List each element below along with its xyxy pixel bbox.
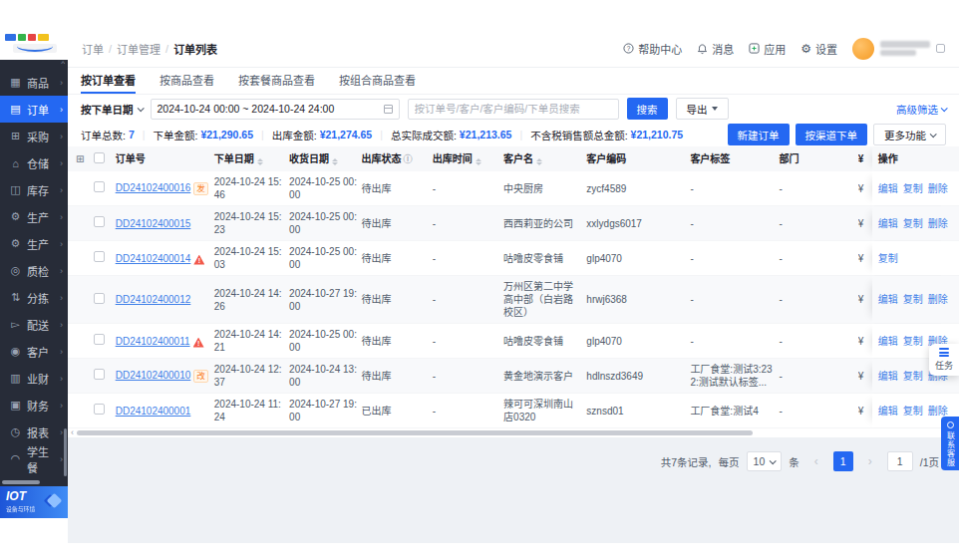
sidebar-item-orders[interactable]: ▤订单›: [0, 96, 68, 123]
messages-button[interactable]: 消息: [697, 41, 734, 57]
customer-tag-cell: 工厂食堂:测试4: [690, 401, 779, 421]
row-action-link[interactable]: 复制: [903, 370, 923, 383]
sidebar-scroll-up-icon[interactable]: ^: [61, 59, 65, 68]
sort-icon[interactable]: [536, 158, 542, 165]
view-tab-1[interactable]: 按商品查看: [160, 68, 214, 94]
sidebar-item-purchasing[interactable]: ⊞采购›: [0, 123, 68, 149]
column-header-dept: 部门: [780, 148, 858, 169]
task-fab[interactable]: 任务: [929, 344, 959, 376]
row-action-link[interactable]: 编辑: [878, 405, 898, 418]
apps-button[interactable]: 应用: [749, 41, 786, 57]
iot-banner[interactable]: IOT 设备与环境: [0, 486, 68, 518]
sidebar-item-inventory[interactable]: ◫库存›: [0, 176, 68, 203]
sidebar-item-warehouse[interactable]: ⌂仓储›: [0, 149, 68, 176]
search-button[interactable]: 搜索: [627, 98, 668, 120]
breadcrumb-item[interactable]: 订单管理: [117, 41, 160, 57]
per-page-select[interactable]: 10: [747, 451, 783, 471]
advanced-filter-button[interactable]: 高级筛选: [896, 102, 946, 117]
order-number-link[interactable]: DD24102400010: [116, 370, 191, 381]
sidebar-item-finance[interactable]: ▣财务›: [0, 392, 68, 419]
row-action-link[interactable]: 删除: [928, 182, 948, 195]
row-action-link[interactable]: 复制: [903, 405, 923, 418]
sidebar-item-customers[interactable]: ◉客户›: [0, 338, 68, 365]
row-checkbox[interactable]: [94, 216, 105, 227]
row-checkbox[interactable]: [94, 251, 105, 262]
sidebar-item-delivery[interactable]: ▻配送›: [0, 311, 68, 338]
channel-order-button[interactable]: 按渠道下单: [796, 124, 868, 145]
column-header-ddate[interactable]: 收货日期: [289, 148, 361, 169]
new-order-button[interactable]: 新建订单: [728, 124, 790, 145]
customer-support-fab[interactable]: 联系客服: [941, 417, 959, 470]
order-number-link[interactable]: DD24102400001: [116, 406, 191, 417]
row-checkbox[interactable]: [94, 369, 105, 380]
row-checkbox[interactable]: [94, 293, 105, 304]
sort-icon[interactable]: [257, 158, 263, 165]
date-range-picker[interactable]: 2024-10-24 00:00 ~ 2024-10-24 24:00: [151, 99, 400, 120]
sidebar-item-production-1[interactable]: ⚙生产›: [0, 203, 68, 230]
view-tab-3[interactable]: 按组合商品查看: [339, 68, 416, 94]
view-tab-2[interactable]: 按套餐商品查看: [238, 68, 315, 94]
search-input[interactable]: [408, 99, 619, 120]
order-number-link[interactable]: DD24102400011: [116, 336, 190, 347]
sidebar-item-quality[interactable]: ◎质检›: [0, 257, 68, 284]
page-jump-input[interactable]: 1: [887, 451, 913, 471]
row-action-link[interactable]: 复制: [903, 217, 923, 230]
select-all-checkbox[interactable]: [94, 152, 105, 163]
row-action-link[interactable]: 编辑: [878, 335, 898, 348]
breadcrumb-item[interactable]: 订单: [82, 41, 104, 57]
sort-icon[interactable]: [476, 158, 481, 165]
row-action-link[interactable]: 复制: [878, 252, 898, 265]
row-checkbox[interactable]: [94, 334, 105, 345]
more-actions-button[interactable]: 更多功能: [873, 124, 946, 145]
current-page-button[interactable]: 1: [833, 451, 853, 471]
sidebar-item-products[interactable]: ▦商品›: [0, 69, 68, 96]
column-header-cust[interactable]: 客户名: [503, 148, 586, 169]
export-button[interactable]: 导出: [676, 98, 729, 120]
expand-all-icon[interactable]: ⊞: [76, 153, 84, 164]
row-action-link[interactable]: 编辑: [878, 293, 898, 306]
delivery-date-cell: 2024-10-27 19:00: [289, 283, 361, 317]
view-tab-0[interactable]: 按订单查看: [81, 68, 136, 94]
row-action-link[interactable]: 删除: [928, 405, 948, 418]
sidebar-item-business-finance[interactable]: ▥业财›: [0, 365, 68, 392]
prev-page-button[interactable]: ‹: [806, 451, 826, 471]
column-header-odate[interactable]: 下单日期: [214, 148, 289, 169]
help-center-button[interactable]: ? 帮助中心: [623, 41, 682, 57]
column-header-otime[interactable]: 出库时间: [433, 148, 503, 169]
order-number-link[interactable]: DD24102400016: [116, 182, 191, 193]
scrollbar-thumb[interactable]: [77, 430, 753, 435]
row-action-link[interactable]: 复制: [903, 182, 923, 195]
outbound-time-cell: -: [433, 178, 503, 199]
apps-label: 应用: [764, 41, 786, 57]
order-number-link[interactable]: DD24102400014: [116, 253, 191, 264]
row-action-link[interactable]: 编辑: [878, 370, 898, 383]
order-number-link[interactable]: DD24102400015: [116, 218, 191, 229]
order-number-cell: DD24102400015: [116, 213, 214, 234]
chevron-right-icon: ›: [60, 132, 63, 141]
settings-button[interactable]: ⚙ 设置: [800, 41, 837, 57]
sort-icon[interactable]: [332, 158, 338, 165]
date-field-select[interactable]: 按下单日期: [81, 102, 143, 117]
row-action-link[interactable]: 删除: [928, 293, 948, 306]
sidebar-item-production-2[interactable]: ⚙生产›: [0, 230, 68, 257]
row-checkbox[interactable]: [94, 181, 105, 192]
table-row: DD24102400014!2024-10-24 15:032024-10-25…: [68, 241, 959, 276]
sidebar-item-student-meals[interactable]: ◠学生餐›: [0, 445, 68, 472]
row-action-link[interactable]: 编辑: [878, 182, 898, 195]
scroll-left-icon[interactable]: ‹: [71, 428, 74, 437]
sidebar-item-sorting[interactable]: ⇅分拣›: [0, 284, 68, 311]
next-page-button[interactable]: ›: [860, 451, 880, 471]
row-action-link[interactable]: 复制: [903, 335, 923, 348]
user-account[interactable]: [852, 38, 945, 60]
row-checkbox[interactable]: [94, 404, 105, 415]
workspace-switch-icon[interactable]: [936, 44, 945, 53]
sidebar-horizontal-scrollbar[interactable]: [2, 480, 40, 484]
row-action-link[interactable]: 编辑: [878, 217, 898, 230]
row-action-link[interactable]: 删除: [928, 217, 948, 230]
order-number-link[interactable]: DD24102400012: [116, 294, 191, 305]
sidebar-item-reports[interactable]: ◷报表›: [0, 419, 68, 445]
sidebar-item-label: 学生餐: [27, 443, 55, 475]
row-action-link[interactable]: 复制: [903, 293, 923, 306]
sidebar-vertical-scrollbar[interactable]: [64, 428, 67, 476]
chevron-right-icon: ›: [60, 185, 63, 195]
